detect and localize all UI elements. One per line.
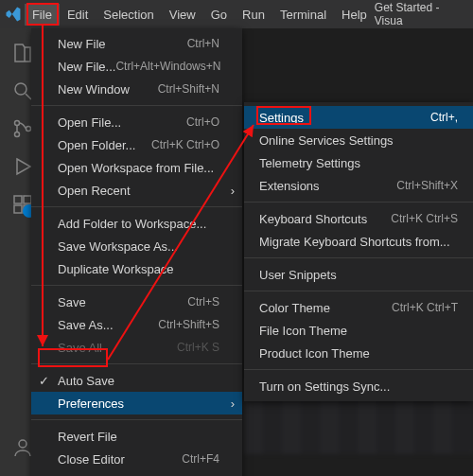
vscode-logo-icon: [4, 4, 23, 25]
pref-menu-file-icon-theme[interactable]: File Icon Theme: [244, 319, 473, 342]
file-menu-save[interactable]: SaveCtrl+S: [31, 291, 242, 313]
menu-item-label: Color Theme: [259, 301, 392, 315]
file-menu-dropdown: New FileCtrl+NNew File...Ctrl+Alt+Window…: [31, 28, 242, 476]
menu-go[interactable]: Go: [203, 4, 235, 26]
pref-menu-turn-on-settings-sync[interactable]: Turn on Settings Sync...: [244, 375, 473, 397]
menu-item-label: New Window: [58, 82, 158, 97]
menu-item-label: Save: [58, 295, 187, 309]
menu-item-label: Revert File: [58, 430, 219, 444]
title-bar: FileEditSelectionViewGoRunTerminalHelp G…: [0, 0, 473, 28]
menu-file[interactable]: File: [25, 4, 60, 26]
chevron-right-icon: ›: [231, 184, 235, 198]
menu-item-label: Online Services Settings: [259, 133, 458, 148]
pref-menu-product-icon-theme[interactable]: Product Icon Theme: [244, 342, 473, 364]
pref-menu-keyboard-shortcuts[interactable]: Keyboard ShortcutsCtrl+K Ctrl+S: [244, 207, 473, 230]
svg-point-8: [19, 440, 26, 448]
menu-item-accel: Ctrl+N: [187, 37, 219, 50]
pref-menu-telemetry-settings[interactable]: Telemetry Settings: [244, 151, 473, 174]
file-menu-revert-file[interactable]: Revert File: [31, 425, 242, 448]
menu-item-label: Open Folder...: [58, 138, 151, 152]
file-menu-save-workspace-as[interactable]: Save Workspace As...: [31, 235, 242, 257]
pref-menu-settings[interactable]: SettingsCtrl+,: [244, 106, 473, 129]
file-menu-save-all: Save AllCtrl+K S: [31, 336, 242, 359]
menu-selection[interactable]: Selection: [96, 4, 161, 26]
menu-terminal[interactable]: Terminal: [272, 4, 334, 26]
menu-edit[interactable]: Edit: [60, 4, 96, 26]
menu-item-accel: Ctrl+S: [187, 295, 219, 309]
menu-view[interactable]: View: [162, 4, 203, 26]
menu-item-accel: Ctrl+O: [186, 115, 219, 129]
menu-item-accel: Ctrl+K S: [177, 341, 219, 354]
menu-help[interactable]: Help: [334, 4, 375, 26]
svg-rect-6: [14, 205, 22, 213]
svg-point-2: [15, 132, 20, 137]
menu-item-label: Open Workspace from File...: [58, 161, 219, 175]
menu-item-label: Close Editor: [58, 452, 182, 467]
preferences-submenu: SettingsCtrl+,Online Services SettingsTe…: [244, 102, 473, 401]
menu-item-label: Product Icon Theme: [259, 346, 458, 361]
menu-item-accel: Ctrl+Shift+S: [158, 318, 219, 331]
file-menu-open-folder[interactable]: Open Folder...Ctrl+K Ctrl+O: [31, 133, 242, 156]
pref-menu-extensions[interactable]: ExtensionsCtrl+Shift+X: [244, 174, 473, 197]
file-menu-open-recent[interactable]: Open Recent›: [31, 179, 242, 202]
menu-item-label: Extensions: [259, 179, 396, 193]
pref-menu-migrate-keyboard-shortcuts-from[interactable]: Migrate Keyboard Shortcuts from...: [244, 230, 473, 253]
svg-point-3: [26, 127, 31, 132]
file-menu-close-window[interactable]: Close WindowAlt+F4: [31, 470, 242, 476]
menu-separator: [244, 257, 473, 258]
pref-menu-user-snippets[interactable]: User Snippets: [244, 263, 473, 286]
svg-point-0: [15, 83, 26, 95]
menu-separator: [31, 206, 242, 207]
menu-item-label: Turn on Settings Sync...: [259, 379, 458, 394]
menu-bar: FileEditSelectionViewGoRunTerminalHelp: [25, 4, 375, 26]
menu-item-accel: Ctrl+Shift+N: [158, 82, 219, 96]
file-menu-auto-save[interactable]: ✓Auto Save: [31, 369, 242, 392]
file-menu-open-workspace-from-file[interactable]: Open Workspace from File...: [31, 156, 242, 179]
menu-item-accel: Ctrl+Alt+Windows+N: [115, 60, 220, 73]
menu-item-accel: Ctrl+,: [430, 111, 458, 124]
menu-separator: [31, 285, 242, 286]
file-menu-new-window[interactable]: New WindowCtrl+Shift+N: [31, 78, 242, 100]
file-menu-new-file[interactable]: New File...Ctrl+Alt+Windows+N: [31, 55, 242, 78]
menu-item-accel: Ctrl+F4: [182, 452, 219, 466]
menu-item-label: File Icon Theme: [259, 324, 458, 338]
menu-item-label: Open File...: [58, 115, 186, 130]
menu-run[interactable]: Run: [235, 4, 272, 26]
check-icon: ✓: [39, 374, 49, 388]
chevron-right-icon: ›: [231, 397, 235, 411]
menu-item-label: Preferences: [58, 397, 219, 411]
menu-item-label: Migrate Keyboard Shortcuts from...: [259, 235, 458, 249]
pref-menu-online-services-settings[interactable]: Online Services Settings: [244, 129, 473, 151]
file-menu-duplicate-workspace[interactable]: Duplicate Workspace: [31, 257, 242, 280]
file-menu-new-file[interactable]: New FileCtrl+N: [31, 32, 242, 55]
window-title: Get Started - Visua: [375, 1, 469, 27]
file-menu-close-editor[interactable]: Close EditorCtrl+F4: [31, 448, 242, 470]
svg-rect-4: [14, 196, 22, 203]
menu-separator: [244, 202, 473, 203]
menu-separator: [31, 363, 242, 364]
svg-rect-5: [24, 196, 31, 203]
menu-item-label: Duplicate Workspace: [58, 262, 219, 276]
menu-item-label: Keyboard Shortcuts: [259, 212, 391, 226]
menu-item-label: Open Recent: [58, 184, 219, 198]
menu-item-label: Save As...: [58, 318, 158, 332]
menu-item-label: New File: [58, 37, 187, 51]
menu-item-accel: Ctrl+K Ctrl+T: [392, 301, 458, 314]
svg-point-1: [15, 121, 20, 126]
menu-separator: [244, 369, 473, 370]
menu-separator: [244, 291, 473, 291]
menu-item-label: Auto Save: [58, 374, 219, 388]
menu-item-label: Save All: [58, 341, 177, 355]
file-menu-preferences[interactable]: Preferences›: [31, 392, 242, 414]
pref-menu-color-theme[interactable]: Color ThemeCtrl+K Ctrl+T: [244, 296, 473, 319]
menu-item-label: Telemetry Settings: [259, 156, 458, 170]
file-menu-open-file[interactable]: Open File...Ctrl+O: [31, 111, 242, 133]
file-menu-save-as[interactable]: Save As...Ctrl+Shift+S: [31, 313, 242, 336]
menu-item-label: Add Folder to Workspace...: [58, 217, 219, 231]
menu-separator: [31, 419, 242, 420]
menu-item-accel: Ctrl+Shift+X: [396, 179, 458, 192]
file-menu-add-folder-to-workspace[interactable]: Add Folder to Workspace...: [31, 212, 242, 235]
menu-item-accel: Ctrl+K Ctrl+S: [391, 212, 458, 225]
menu-item-label: New File...: [58, 60, 115, 74]
menu-item-accel: Ctrl+K Ctrl+O: [151, 138, 219, 151]
